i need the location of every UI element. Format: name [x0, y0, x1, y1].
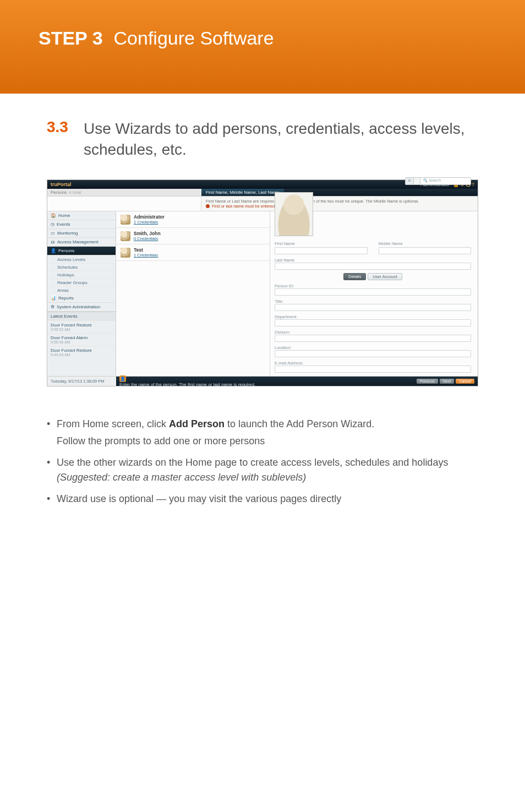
sidebar-item-reports[interactable]: 📊 Reports [47, 294, 116, 303]
email-field[interactable] [275, 366, 471, 373]
section-text: Use Wizards to add persons, credentials,… [84, 118, 478, 160]
wizard-hint-2: First or last name must be entered. [206, 204, 473, 209]
app-body: 🏠 Home ◷ Events ▭ Monitoring 🗂 Access Ma… [47, 211, 478, 376]
first-name-field[interactable] [275, 247, 368, 254]
section-body: 3.3 Use Wizards to add persons, credenti… [0, 94, 525, 506]
sidebar-event[interactable]: Door Forced Alarm9:50:46 AM [47, 333, 116, 346]
search-placeholder: 🔍 Search [420, 178, 471, 183]
step-label: STEP 3 [39, 28, 103, 49]
sidebar-sub-reader-groups[interactable]: Reader Groups [47, 279, 116, 286]
wizard-bar: First Name, Middle Name, Last Name [201, 189, 478, 196]
section-heading: 3.3 Use Wizards to add persons, credenti… [47, 118, 478, 160]
search-add-icon[interactable]: ⊕ [406, 178, 414, 184]
search-filter-icon[interactable] [414, 178, 420, 184]
app-logo: truPortal [51, 182, 72, 187]
sidebar-sub-areas[interactable]: Areas [47, 286, 116, 294]
persons-header: Persons 4 total [47, 189, 201, 196]
person-name: Smith, John [134, 231, 161, 236]
sidebar-sub-access-levels[interactable]: Access Levels [47, 255, 116, 263]
cancel-button[interactable]: Cancel [456, 379, 474, 384]
hint-left: 👤Enter the name of the person. The first… [119, 375, 255, 387]
wizard-note-row: First Name or Last Name are required, an… [47, 197, 478, 212]
footer-hint-bar: 👤Enter the name of the person. The first… [116, 377, 478, 386]
sidebar-item-persons[interactable]: 👤 Persons [47, 247, 116, 255]
sidebar: 🏠 Home ◷ Events ▭ Monitoring 🗂 Access Ma… [47, 211, 116, 376]
main-area: Administrator1 Credentials Smith, John0 … [116, 211, 478, 376]
bullet-2: Use the other wizards on the Home page t… [47, 455, 478, 485]
warn-dot-icon [206, 204, 210, 208]
sidebar-item-access-mgmt[interactable]: 🗂 Access Management [47, 238, 116, 247]
department-field[interactable] [275, 319, 471, 326]
label-title: Title: [275, 299, 283, 304]
name-row: First Name Middle Name [275, 241, 471, 254]
avatar [121, 248, 130, 258]
wiz-note-left-spacer [47, 197, 201, 211]
person-photo[interactable] [275, 192, 313, 236]
bullet-1-sub: Follow the prompts to add one or more pe… [57, 434, 478, 449]
tab-row: Details User Account [275, 273, 471, 280]
last-name-field[interactable] [275, 263, 471, 270]
footer-bar: Tuesday, 9/17/13 1:38:09 PM 👤Enter the n… [47, 376, 478, 386]
list-item[interactable]: Administrator1 Credentials [116, 211, 270, 228]
footer-timestamp: Tuesday, 9/17/13 1:38:09 PM [47, 379, 116, 384]
step-banner: STEP 3 Configure Software [0, 0, 525, 94]
tab-user-account[interactable]: User Account [368, 273, 402, 280]
sidebar-item-sysadmin[interactable]: ⚙ System Administration [47, 303, 116, 312]
wizard-buttons: Previous Next Cancel [417, 379, 474, 384]
bullet-3: Wizard use is optional — you may visit t… [47, 492, 478, 506]
person-cred-link[interactable]: 1 Credentials [134, 220, 165, 225]
bold-add-person: Add Person [169, 418, 225, 429]
person-cred-link[interactable]: 0 Credentials [134, 236, 161, 241]
label-location: Location: [275, 345, 291, 350]
label-middle: Middle Name [379, 241, 472, 246]
embedded-screenshot: truPortal Administrator 🔒⚙⏻? Persons 4 t… [47, 179, 478, 387]
list-item[interactable]: Test1 Credentials [116, 244, 270, 261]
avatar [121, 231, 130, 241]
persons-list: Administrator1 Credentials Smith, John0 … [116, 211, 270, 376]
person-icon: 👤 [119, 375, 126, 382]
detail-panel: First Name Middle Name Last Name Details… [270, 211, 478, 376]
instruction-bullets: From Home screen, click Add Person to la… [47, 417, 478, 506]
next-button[interactable]: Next [440, 379, 454, 384]
title-field[interactable] [275, 304, 471, 311]
sidebar-sub-schedules[interactable]: Schedules [47, 263, 116, 271]
help-icon[interactable]: ? [472, 182, 474, 187]
sidebar-event[interactable]: Door Forced Restore9:44:24 AM [47, 346, 116, 358]
person-name: Test [134, 247, 158, 253]
sidebar-latest-events-label: Latest Events [47, 312, 116, 320]
middle-name-field[interactable] [379, 247, 472, 254]
wizard-hint-1: First Name or Last Name are required, an… [206, 199, 473, 204]
avatar [121, 215, 130, 225]
previous-button[interactable]: Previous [417, 379, 438, 384]
label-department: Department: [275, 314, 297, 319]
wizard-hint-box: First Name or Last Name are required, an… [201, 197, 478, 211]
sidebar-event[interactable]: Door Forced Restore9:55:52 AM [47, 320, 116, 333]
division-field[interactable] [275, 335, 471, 342]
section-number: 3.3 [47, 118, 72, 136]
label-first: First Name [275, 241, 368, 246]
person-cred-link[interactable]: 1 Credentials [134, 253, 158, 258]
label-person-id: Person ID: [275, 284, 294, 288]
tab-details[interactable]: Details [343, 273, 366, 280]
sidebar-sub-holidays[interactable]: Holidays [47, 271, 116, 279]
label-division: Division: [275, 330, 290, 335]
label-email: E-mail Address: [275, 361, 304, 366]
label-last: Last Name [275, 258, 294, 263]
location-field[interactable] [275, 350, 471, 357]
wizard-step-label: First Name, Middle Name, Last Name [201, 189, 284, 196]
italic-suggestion: (Suggested: create a master access level… [57, 472, 306, 483]
main-split: Administrator1 Credentials Smith, John0 … [116, 211, 478, 376]
persons-count: 4 total [69, 190, 81, 195]
sidebar-item-monitoring[interactable]: ▭ Monitoring [47, 229, 116, 238]
footer-hint-text: Enter the name of the person. The first … [119, 382, 255, 387]
main-top-bar: Persons 4 total First Name, Middle Name,… [47, 189, 478, 197]
search-box[interactable]: ⊕ 🔍 Search [405, 177, 471, 185]
form-grid: First Name Middle Name Last Name Details… [275, 241, 471, 373]
list-item[interactable]: Smith, John0 Credentials [116, 228, 270, 244]
step-title: Configure Software [114, 28, 274, 49]
sidebar-item-events[interactable]: ◷ Events [47, 220, 116, 229]
person-id-field[interactable] [275, 288, 471, 296]
person-name: Administrator [134, 214, 165, 220]
sidebar-item-home[interactable]: 🏠 Home [47, 211, 116, 220]
app-window: truPortal Administrator 🔒⚙⏻? Persons 4 t… [47, 179, 478, 387]
